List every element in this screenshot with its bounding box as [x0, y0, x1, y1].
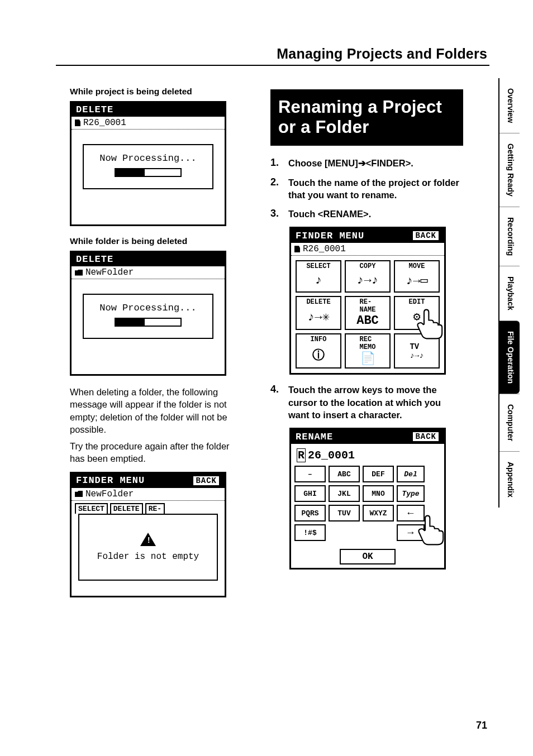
step-4: 4. Touch the arrow keys to move the curs… [270, 384, 463, 421]
tab-recording[interactable]: Recording [499, 207, 520, 266]
lcd-finder-menu: FINDER MENU BACK R26_0001 SELECT♪ COPY♪→… [289, 227, 446, 375]
rename-rest: 26_0001 [308, 449, 355, 462]
cell-label: INFO [311, 336, 327, 343]
back-button[interactable]: BACK [412, 431, 440, 442]
step-text: Choose [MENU]➔<FINDER>. [288, 157, 413, 169]
warning-text: Folder is not empty [97, 552, 199, 562]
key-def[interactable]: DEF [363, 466, 394, 482]
warning-icon [140, 533, 156, 546]
move-icon: ♪→▭ [406, 273, 428, 288]
cursor-char: R [297, 448, 306, 462]
cell-label: COPY [360, 262, 376, 270]
lcd-subtitle: R26_0001 [72, 117, 225, 130]
section-title: Managing Projects and Folders [277, 46, 487, 62]
pointing-hand-icon [410, 509, 449, 548]
page-number: 71 [476, 720, 487, 731]
lcd-subtitle-text: NewFolder [85, 489, 134, 499]
step-num: 1. [270, 157, 283, 169]
tab-computer[interactable]: Computer [499, 394, 520, 451]
lcd-delete-folder: DELETE NewFolder Now Processing... [70, 251, 226, 376]
step-3: 3. Touch <RENAME>. [270, 208, 463, 220]
cell-recmemo[interactable]: REC MEMO📄 [345, 333, 391, 369]
key-del[interactable]: Del [397, 466, 425, 482]
step-num: 2. [270, 176, 283, 202]
step-num: 3. [270, 208, 283, 220]
paragraph-not-empty-2: Try the procedure again after the folder… [70, 440, 237, 465]
step-1: 1. Choose [MENU]➔<FINDER>. [270, 157, 463, 169]
key-mno[interactable]: MNO [363, 485, 394, 502]
cell-info[interactable]: INFOⓘ [296, 333, 341, 369]
copy-icon: ♪→♪ [356, 274, 379, 288]
back-button[interactable]: BACK [192, 475, 220, 486]
project-icon [75, 119, 80, 126]
key-pqrs[interactable]: PQRS [294, 505, 326, 521]
lcd-rename: RENAME BACK R26_0001 – ABC DEF Del GHI J… [289, 428, 446, 570]
cell-label: SELECT [306, 262, 330, 270]
tab-getting-ready[interactable]: Getting Ready [499, 133, 520, 207]
note-icon: ♪ [315, 274, 322, 288]
tab-appendix[interactable]: Appendix [499, 451, 520, 508]
key-abc[interactable]: ABC [329, 466, 360, 482]
tab-file-operation[interactable]: File Operation [499, 320, 520, 394]
lcd-title-text: RENAME [296, 432, 333, 442]
topic-heading: Renaming a Project or a Folder [270, 89, 463, 146]
progress-bar [115, 168, 182, 177]
delete-icon: ♪→✳ [307, 309, 330, 324]
project-icon [294, 246, 300, 252]
processing-text: Now Processing... [86, 303, 210, 313]
step-text: Touch the name of the project or folder … [288, 176, 463, 202]
tab-select[interactable]: SELECT [75, 503, 108, 514]
cell-copy[interactable]: COPY♪→♪ [345, 260, 391, 293]
cell-label: RE- NAME [360, 298, 376, 314]
key-ghi[interactable]: GHI [294, 485, 326, 502]
processing-text: Now Processing... [86, 153, 210, 164]
lcd-title-text: FINDER MENU [76, 475, 145, 486]
lcd-subtitle-text: R26_0001 [83, 118, 126, 128]
lcd-subtitle-text: NewFolder [85, 267, 134, 277]
side-tabs: Overview Getting Ready Recording Playbac… [498, 78, 520, 508]
lcd-title: FINDER MENU BACK [72, 473, 225, 488]
cell-move[interactable]: MOVE♪→▭ [394, 260, 440, 293]
processing-box: Now Processing... [83, 294, 213, 339]
lcd-title: DELETE [72, 252, 225, 266]
memo-icon: 📄 [360, 351, 375, 366]
back-button[interactable]: BACK [412, 230, 440, 241]
cell-select[interactable]: SELECT♪ [296, 260, 341, 293]
lcd-title-text: FINDER MENU [296, 231, 364, 241]
cell-label: DELETE [306, 298, 330, 306]
key-ok[interactable]: OK [340, 549, 396, 564]
lcd-subtitle: NewFolder [72, 488, 225, 501]
key-dash[interactable]: – [294, 466, 326, 482]
cell-label: REC MEMO [360, 336, 376, 351]
lcd-title: RENAME BACK [291, 429, 444, 444]
rename-field[interactable]: R26_0001 [294, 447, 441, 466]
warning-box: Folder is not empty [78, 514, 218, 581]
key-symbols[interactable]: !#$ [294, 524, 326, 541]
info-icon: ⓘ [312, 347, 325, 363]
key-jkl[interactable]: JKL [329, 485, 360, 502]
finder-tabs-partial: SELECT DELETE RE- [72, 501, 225, 514]
lcd-subtitle: R26_0001 [291, 243, 444, 256]
folder-icon [75, 270, 83, 276]
lcd-delete-project: DELETE R26_0001 Now Processing... [70, 101, 226, 226]
key-type[interactable]: Type [397, 485, 425, 502]
key-wxyz[interactable]: WXYZ [363, 505, 394, 521]
cell-rename[interactable]: RE- NAMEABC [345, 296, 391, 330]
key-tuv[interactable]: TUV [329, 505, 360, 521]
folder-icon [75, 491, 83, 497]
lcd-subtitle: NewFolder [72, 266, 225, 279]
tab-overview[interactable]: Overview [499, 78, 520, 133]
tab-rename-partial[interactable]: RE- [145, 503, 165, 514]
cell-label: MOVE [409, 262, 425, 270]
tv-icon: TV♪→♪ [410, 342, 423, 360]
tab-playback[interactable]: Playback [499, 266, 520, 320]
cell-delete[interactable]: DELETE♪→✳ [296, 296, 341, 330]
lcd-folder-not-empty: FINDER MENU BACK NewFolder SELECT DELETE… [70, 472, 226, 597]
step-2: 2. Touch the name of the project or fold… [270, 176, 463, 202]
rename-icon: ABC [356, 314, 379, 328]
step-text: Touch the arrow keys to move the cursor … [288, 384, 463, 421]
lcd-title: DELETE [72, 103, 225, 117]
processing-box: Now Processing... [83, 144, 213, 189]
progress-bar [115, 318, 182, 327]
tab-delete[interactable]: DELETE [110, 503, 143, 514]
